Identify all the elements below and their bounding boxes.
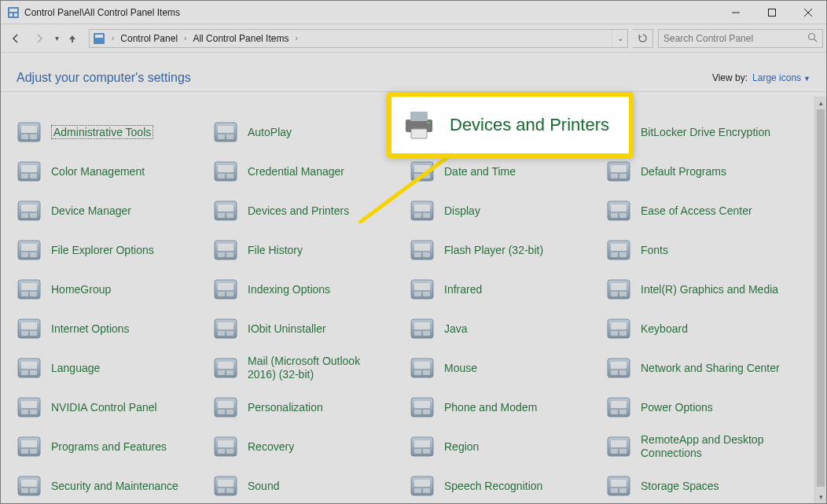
item-icon [605,432,633,461]
control-panel-item[interactable]: Credential Manager [211,152,403,191]
item-icon [15,354,43,382]
chevron-right-icon[interactable]: › [181,34,189,42]
chevron-right-icon[interactable]: › [292,34,300,42]
item-icon [605,236,633,264]
svg-rect-141 [21,440,37,447]
control-panel-item[interactable]: Ease of Access Center [605,191,796,230]
recent-locations-button[interactable]: ▾ [51,34,62,42]
svg-rect-99 [226,331,233,336]
control-panel-item[interactable]: Language [15,348,207,388]
control-panel-item[interactable]: Flash Player (32-bit) [408,230,600,270]
control-panel-item[interactable]: Power Options [605,388,796,427]
svg-rect-81 [218,283,233,290]
control-panel-item[interactable]: File History [211,230,403,270]
item-label: BitLocker Drive Encryption [641,126,770,139]
vertical-scrollbar[interactable]: ▴ ▾ [814,97,826,503]
control-panel-item[interactable]: HomeGroup [15,270,207,309]
control-panel-item[interactable]: Java [408,309,600,348]
control-panel-item[interactable]: Administrative Tools [15,112,207,152]
svg-rect-119 [423,370,430,375]
item-label: Power Options [641,401,713,414]
svg-rect-161 [218,480,233,487]
control-panel-item[interactable]: Storage Spaces [605,466,796,503]
control-panel-item[interactable]: Phone and Modem [408,388,600,427]
search-box[interactable] [658,29,823,48]
control-panel-item[interactable]: Sound [211,466,403,503]
control-panel-item[interactable]: Network and Sharing Center [605,348,796,388]
svg-rect-107 [619,331,627,336]
scroll-up-button[interactable]: ▴ [815,97,826,109]
svg-rect-110 [21,370,28,375]
viewby-dropdown[interactable]: Large icons▼ [752,72,810,83]
control-panel-item[interactable]: Personalization [211,388,403,427]
svg-rect-77 [21,283,37,290]
svg-rect-87 [423,292,430,296]
control-panel-item[interactable]: Indexing Options [211,270,403,309]
control-panel-item[interactable]: Devices and Printers [211,191,403,230]
control-panel-item[interactable]: Security and Maintenance [15,466,207,503]
titlebar: Control Panel\All Control Panel Items [1,1,826,24]
control-panel-item[interactable]: Infrared [408,270,600,309]
address-bar[interactable]: › Control Panel › All Control Panel Item… [89,29,628,48]
control-panel-item[interactable]: Mail (Microsoft Outlook 2016) (32-bit) [211,348,403,388]
svg-rect-91 [619,292,627,296]
svg-rect-49 [218,204,233,212]
item-icon [15,157,43,186]
svg-rect-131 [226,410,233,414]
control-panel-item[interactable]: NVIDIA Control Panel [15,388,207,427]
breadcrumb-control-panel[interactable]: Control Panel [117,33,181,44]
control-panel-item[interactable]: Device Manager [15,191,207,230]
control-panel-item[interactable]: Programs and Features [15,427,207,466]
close-button[interactable] [790,1,826,24]
scroll-down-button[interactable]: ▾ [815,491,826,503]
control-panel-item[interactable]: AutoPlay [211,112,403,152]
control-panel-item[interactable]: Default Programs [605,152,796,191]
control-panel-item[interactable]: Keyboard [605,309,796,348]
item-label: IObit Uninstaller [248,322,326,336]
scroll-thumb[interactable] [817,109,825,487]
svg-rect-143 [30,449,37,454]
maximize-button[interactable] [754,1,790,24]
control-panel-item[interactable]: File Explorer Options [15,230,207,270]
minimize-button[interactable] [718,1,754,24]
svg-rect-39 [423,174,430,178]
forward-button[interactable] [28,28,51,50]
item-icon [605,197,633,225]
control-panel-item[interactable]: Internet Options [15,309,207,348]
svg-rect-29 [21,165,37,172]
control-panel-item[interactable]: Display [408,191,600,230]
address-history-button[interactable]: ⌄ [612,30,627,47]
item-icon [408,472,436,500]
control-panel-item[interactable]: Fonts [605,230,796,270]
control-panel-item[interactable]: Mouse [408,348,600,388]
back-button[interactable] [4,28,28,50]
control-panel-item[interactable]: Speech Recognition [408,466,600,503]
control-panel-item[interactable]: IObit Uninstaller [211,309,403,348]
search-icon[interactable] [802,31,822,46]
svg-rect-130 [218,410,225,414]
svg-rect-109 [21,362,37,369]
item-label: Keyboard [641,322,688,336]
up-button[interactable] [62,28,83,50]
breadcrumb-all-items[interactable]: All Control Panel Items [189,33,292,44]
item-label: Flash Player (32-bit) [444,244,543,257]
svg-rect-150 [414,449,421,454]
item-label: Device Manager [51,204,131,218]
item-icon [15,118,43,146]
control-panel-item[interactable]: Recovery [211,427,403,466]
refresh-button[interactable] [633,29,653,48]
svg-rect-82 [218,292,225,296]
control-panel-item[interactable]: Intel(R) Graphics and Media [605,270,796,309]
chevron-right-icon[interactable]: › [108,34,117,42]
svg-rect-50 [218,213,225,218]
svg-rect-155 [619,449,627,454]
svg-rect-54 [414,213,421,218]
control-panel-item[interactable]: Color Management [15,152,207,191]
control-panel-item[interactable]: Region [408,427,600,466]
item-icon [15,393,43,421]
control-panel-item[interactable]: RemoteApp and Desktop Connections [605,427,796,466]
svg-rect-174 [410,112,428,121]
search-input[interactable] [659,33,802,44]
item-icon [211,472,240,500]
item-icon [211,432,240,461]
